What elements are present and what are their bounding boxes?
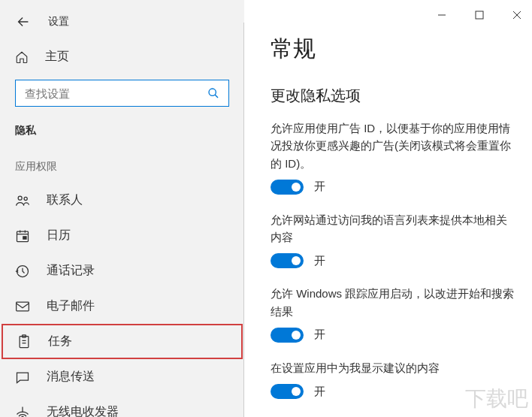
section-heading: 更改隐私选项 (271, 86, 517, 106)
messaging-icon (15, 370, 30, 385)
search-icon (207, 87, 219, 99)
window-controls (427, 4, 532, 26)
svg-point-1 (18, 196, 22, 200)
sidebar-item-calendar[interactable]: 日历 (0, 218, 244, 253)
section-header: 应用权限 (0, 156, 244, 183)
sidebar-item-label: 任务 (48, 334, 72, 349)
sidebar-item-email[interactable]: 电子邮件 (0, 289, 244, 324)
toggle-state: 开 (314, 180, 325, 194)
sidebar: 设置 主页 隐私 应用权限 联系人 日历 通话记录 (0, 0, 244, 417)
toggle-row: 开 (271, 328, 517, 343)
sidebar-item-contacts[interactable]: 联系人 (0, 183, 244, 218)
svg-point-2 (24, 197, 27, 200)
contacts-icon (15, 193, 30, 208)
toggle-state: 开 (314, 385, 325, 399)
sidebar-item-label: 电子邮件 (47, 298, 95, 314)
toggle-ad-id[interactable] (271, 180, 304, 195)
toggle-suggestions[interactable] (271, 384, 304, 399)
sidebar-item-messaging[interactable]: 消息传送 (0, 359, 244, 394)
sidebar-item-label: 通话记录 (47, 263, 95, 279)
setting-description: 允许 Windows 跟踪应用启动，以改进开始和搜索结果 (271, 285, 517, 320)
toggle-row: 开 (271, 180, 517, 195)
sidebar-item-tasks[interactable]: 任务 (2, 324, 243, 359)
minimize-button[interactable] (434, 8, 449, 23)
history-icon (15, 264, 30, 279)
main-content: 常规 更改隐私选项 允许应用使用广告 ID，以便基于你的应用使用情况投放你更感兴… (244, 0, 532, 417)
page-heading: 常规 (271, 34, 517, 65)
sidebar-item-label: 消息传送 (47, 369, 95, 385)
back-button[interactable] (15, 14, 32, 30)
search-box[interactable] (15, 80, 229, 107)
sidebar-item-label: 联系人 (47, 192, 83, 208)
radio-icon (15, 405, 30, 418)
toggle-state: 开 (314, 328, 325, 342)
toggle-state: 开 (314, 254, 325, 268)
home-label: 主页 (45, 49, 69, 65)
maximize-button[interactable] (472, 8, 487, 23)
category-label: 隐私 (0, 120, 244, 156)
setting-description: 在设置应用中为我显示建议的内容 (271, 359, 517, 376)
sidebar-item-label: 日历 (47, 228, 71, 243)
home-button[interactable]: 主页 (0, 41, 244, 80)
svg-point-0 (209, 89, 216, 95)
toggle-app-launch[interactable] (271, 328, 304, 343)
svg-rect-10 (476, 11, 483, 19)
close-button[interactable] (509, 8, 524, 23)
sidebar-item-call-history[interactable]: 通话记录 (0, 253, 244, 289)
toggle-language-list[interactable] (271, 253, 304, 268)
search-input[interactable] (25, 87, 207, 100)
sidebar-item-label: 无线电收发器 (47, 404, 119, 417)
setting-description: 允许应用使用广告 ID，以便基于你的应用使用情况投放你更感兴趣的广告(关闭该模式… (271, 119, 517, 172)
toggle-row: 开 (271, 384, 517, 399)
calendar-icon (15, 228, 30, 243)
setting-description: 允许网站通过访问我的语言列表来提供本地相关内容 (271, 211, 517, 246)
email-icon (15, 299, 30, 314)
svg-rect-4 (23, 236, 26, 238)
svg-rect-6 (17, 302, 29, 311)
toggle-row: 开 (271, 253, 517, 268)
tasks-icon (17, 334, 32, 349)
sidebar-item-radio[interactable]: 无线电收发器 (0, 394, 244, 417)
app-title: 设置 (48, 15, 69, 29)
titlebar: 设置 (0, 0, 244, 41)
home-icon (15, 50, 29, 64)
